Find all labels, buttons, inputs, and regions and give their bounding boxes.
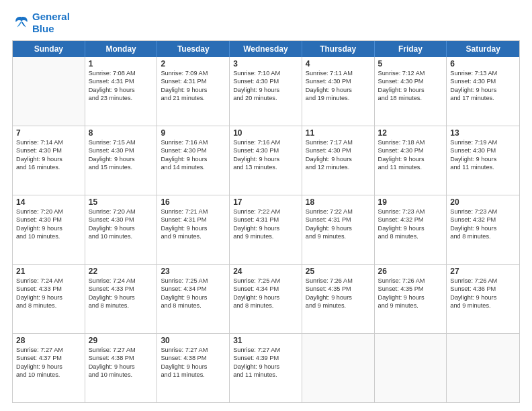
cell-info-line: Sunset: 4:30 PM	[450, 77, 516, 85]
cell-info-line: and 21 minutes.	[161, 94, 226, 102]
cell-info-line: Daylight: 9 hours	[233, 86, 298, 94]
cell-info-line: Sunrise: 7:18 AM	[378, 138, 443, 146]
cell-info-line: Daylight: 9 hours	[450, 155, 516, 163]
day-number: 5	[378, 59, 443, 68]
calendar-day-23: 23Sunrise: 7:25 AMSunset: 4:34 PMDayligh…	[157, 265, 230, 333]
cell-info-line: Sunset: 4:31 PM	[89, 77, 154, 85]
cell-info-line: and 9 minutes.	[233, 232, 298, 240]
cell-info-line: Daylight: 9 hours	[89, 293, 154, 302]
calendar-week-4: 21Sunrise: 7:24 AMSunset: 4:33 PMDayligh…	[13, 265, 519, 334]
day-number: 25	[306, 267, 371, 276]
calendar-body: 1Sunrise: 7:08 AMSunset: 4:31 PMDaylight…	[13, 57, 519, 402]
cell-info-line: Sunrise: 7:13 AM	[450, 69, 516, 77]
cell-info-line: Sunset: 4:32 PM	[450, 216, 516, 224]
day-number: 29	[89, 336, 154, 345]
calendar-day-10: 10Sunrise: 7:16 AMSunset: 4:30 PMDayligh…	[230, 126, 302, 195]
cell-info-line: Sunrise: 7:27 AM	[16, 346, 81, 354]
calendar-day-14: 14Sunrise: 7:20 AMSunset: 4:30 PMDayligh…	[13, 195, 85, 264]
calendar-day-29: 29Sunrise: 7:27 AMSunset: 4:38 PMDayligh…	[85, 334, 158, 402]
day-number: 1	[89, 59, 154, 68]
cell-info-line: Sunset: 4:31 PM	[233, 216, 298, 224]
calendar-day-19: 19Sunrise: 7:23 AMSunset: 4:32 PMDayligh…	[375, 195, 447, 264]
day-number: 8	[89, 128, 154, 138]
day-number: 7	[16, 128, 81, 138]
cell-info-line: Daylight: 9 hours	[378, 86, 443, 94]
calendar-day-8: 8Sunrise: 7:15 AMSunset: 4:30 PMDaylight…	[85, 126, 158, 195]
cell-info-line: Sunrise: 7:27 AM	[233, 346, 298, 354]
cell-info-line: Sunrise: 7:25 AM	[161, 277, 226, 285]
calendar-day-5: 5Sunrise: 7:12 AMSunset: 4:30 PMDaylight…	[375, 57, 447, 126]
cell-info-line: Sunrise: 7:27 AM	[89, 346, 154, 354]
cell-info-line: Sunset: 4:30 PM	[306, 77, 371, 85]
cell-info-line: Sunrise: 7:26 AM	[378, 277, 443, 285]
calendar-empty-cell	[447, 334, 519, 402]
day-number: 10	[233, 128, 298, 138]
cell-info-line: Daylight: 9 hours	[161, 363, 226, 371]
calendar-day-9: 9Sunrise: 7:16 AMSunset: 4:30 PMDaylight…	[157, 126, 230, 195]
cell-info-line: and 11 minutes.	[161, 371, 226, 379]
calendar-day-7: 7Sunrise: 7:14 AMSunset: 4:30 PMDaylight…	[13, 126, 85, 195]
day-number: 9	[161, 128, 226, 138]
calendar-day-15: 15Sunrise: 7:20 AMSunset: 4:30 PMDayligh…	[85, 195, 158, 264]
calendar-day-21: 21Sunrise: 7:24 AMSunset: 4:33 PMDayligh…	[13, 265, 85, 333]
cell-info-line: Daylight: 9 hours	[161, 293, 226, 302]
cell-info-line: Sunrise: 7:11 AM	[306, 69, 371, 77]
cell-info-line: and 11 minutes.	[450, 163, 516, 171]
header-day-sunday: Sunday	[13, 41, 85, 57]
cell-info-line: Sunset: 4:38 PM	[89, 354, 154, 362]
page: General Blue SundayMondayTuesdayWednesda…	[0, 0, 532, 411]
cell-info-line: Daylight: 9 hours	[16, 155, 81, 163]
cell-info-line: Daylight: 9 hours	[378, 293, 443, 302]
cell-info-line: Sunrise: 7:22 AM	[306, 208, 371, 216]
cell-info-line: Sunset: 4:35 PM	[306, 285, 371, 293]
calendar-day-17: 17Sunrise: 7:22 AMSunset: 4:31 PMDayligh…	[230, 195, 302, 264]
calendar-week-3: 14Sunrise: 7:20 AMSunset: 4:30 PMDayligh…	[13, 195, 519, 265]
cell-info-line: Daylight: 9 hours	[378, 155, 443, 163]
day-number: 24	[233, 267, 298, 276]
cell-info-line: Daylight: 9 hours	[89, 86, 154, 94]
day-number: 22	[89, 267, 154, 276]
day-number: 27	[450, 267, 516, 276]
calendar: SundayMondayTuesdayWednesdayThursdayFrid…	[12, 40, 520, 403]
cell-info-line: and 9 minutes.	[306, 232, 371, 240]
cell-info-line: Sunset: 4:30 PM	[450, 146, 516, 154]
calendar-day-28: 28Sunrise: 7:27 AMSunset: 4:37 PMDayligh…	[13, 334, 85, 402]
cell-info-line: Daylight: 9 hours	[89, 224, 154, 232]
logo: General Blue	[12, 11, 70, 35]
day-number: 28	[16, 336, 81, 345]
calendar-empty-cell	[302, 334, 375, 402]
cell-info-line: and 9 minutes.	[161, 232, 226, 240]
cell-info-line: Sunset: 4:33 PM	[89, 285, 154, 293]
cell-info-line: Sunrise: 7:26 AM	[306, 277, 371, 285]
cell-info-line: Sunrise: 7:23 AM	[378, 208, 443, 216]
cell-info-line: and 8 minutes.	[161, 302, 226, 310]
day-number: 20	[450, 197, 516, 207]
cell-info-line: Daylight: 9 hours	[450, 293, 516, 302]
day-number: 15	[89, 197, 154, 207]
cell-info-line: Daylight: 9 hours	[233, 155, 298, 163]
day-number: 23	[161, 267, 226, 276]
header: General Blue	[12, 11, 520, 35]
day-number: 30	[161, 336, 226, 345]
day-number: 26	[378, 267, 443, 276]
cell-info-line: and 9 minutes.	[378, 302, 443, 310]
calendar-day-18: 18Sunrise: 7:22 AMSunset: 4:31 PMDayligh…	[302, 195, 375, 264]
cell-info-line: and 8 minutes.	[233, 302, 298, 310]
calendar-week-5: 28Sunrise: 7:27 AMSunset: 4:37 PMDayligh…	[13, 334, 519, 402]
calendar-header: SundayMondayTuesdayWednesdayThursdayFrid…	[13, 41, 519, 57]
cell-info-line: Daylight: 9 hours	[161, 86, 226, 94]
cell-info-line: Sunset: 4:34 PM	[233, 285, 298, 293]
cell-info-line: Sunset: 4:30 PM	[306, 146, 371, 154]
cell-info-line: and 20 minutes.	[233, 94, 298, 102]
header-day-wednesday: Wednesday	[230, 41, 302, 57]
cell-info-line: Sunrise: 7:24 AM	[89, 277, 154, 285]
calendar-week-2: 7Sunrise: 7:14 AMSunset: 4:30 PMDaylight…	[13, 126, 519, 195]
day-number: 18	[306, 197, 371, 207]
calendar-day-24: 24Sunrise: 7:25 AMSunset: 4:34 PMDayligh…	[230, 265, 302, 333]
cell-info-line: Daylight: 9 hours	[161, 155, 226, 163]
cell-info-line: Sunrise: 7:15 AM	[89, 138, 154, 146]
cell-info-line: Sunrise: 7:26 AM	[450, 277, 516, 285]
cell-info-line: and 8 minutes.	[450, 232, 516, 240]
cell-info-line: and 23 minutes.	[89, 94, 154, 102]
cell-info-line: Sunrise: 7:10 AM	[233, 69, 298, 77]
